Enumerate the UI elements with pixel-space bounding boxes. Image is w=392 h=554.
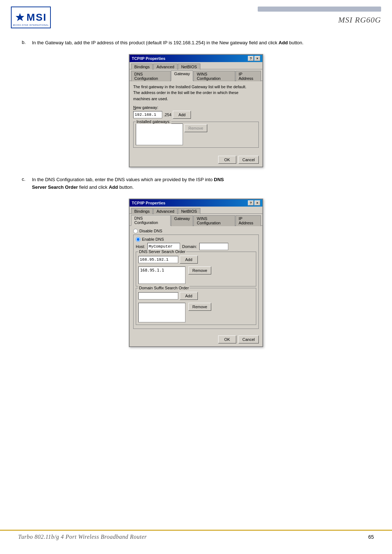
dialog2-titlebar-buttons: ? ×: [248, 200, 260, 205]
dialog1-title: TCP/IP Properties: [132, 56, 166, 61]
dns-server-legend: DNS Server Search Order: [138, 249, 186, 254]
enable-dns-group: Enable DNS Host: Domain: DNS Server Sear…: [133, 235, 259, 329]
dns-input-row: Add: [138, 256, 254, 264]
section-b-text: In the Gateway tab, add the IP address o…: [32, 39, 303, 47]
installed-list-row: Remove: [136, 123, 256, 145]
section-c-bold2: Server Search Order: [32, 184, 78, 190]
dialog2-cancel-button[interactable]: Cancel: [238, 335, 259, 343]
enable-dns-label: Enable DNS: [142, 237, 164, 241]
dialog2-container: TCP/IP Properties ? × Bindings Advanced …: [22, 199, 370, 347]
section-b-label: b.: [22, 39, 32, 45]
dialog2-body: Disable DNS Enable DNS Host: Domain:: [130, 226, 262, 333]
tab-gateway-1[interactable]: Gateway: [171, 70, 193, 81]
page-header: MSI MICRO-STAR INTERNATIONAL MSI RG60G: [0, 0, 392, 28]
dns-remove-button[interactable]: Remove: [188, 266, 211, 274]
domain-suffix-list[interactable]: [138, 303, 185, 322]
dialog1-info-text: The first gateway in the Installed Gatew…: [133, 84, 259, 102]
dialog1: TCP/IP Properties ? × Bindings Advanced …: [129, 54, 263, 168]
domain-suffix-input[interactable]: [138, 292, 178, 300]
tab-bindings-1[interactable]: Bindings: [131, 64, 153, 70]
tab-dns-config-1[interactable]: DNS Configuration: [131, 71, 171, 81]
tab-ip-2[interactable]: IP Address: [236, 215, 261, 226]
tab-wins-1[interactable]: WINS Configuration: [193, 71, 235, 81]
enable-dns-row: Enable DNS: [136, 237, 256, 242]
tab-ip-1[interactable]: IP Address: [236, 71, 261, 81]
suffix-remove-button[interactable]: Remove: [188, 303, 211, 311]
domain-suffix-legend: Domain Suffix Search Order: [138, 286, 189, 290]
suffix-input-row: Add: [138, 292, 254, 300]
tab-netbios-2[interactable]: NetBIOS: [178, 208, 200, 214]
tab-wins-2[interactable]: WINS Configuration: [193, 215, 235, 226]
enable-dns-radio[interactable]: [136, 237, 140, 242]
disable-dns-label: Disable DNS: [139, 229, 162, 233]
dialog2-close-button[interactable]: ×: [254, 200, 260, 205]
dialog1-body: The first gateway in the Installed Gatew…: [130, 81, 262, 154]
section-b-text-before: In the Gateway tab, add the IP address o…: [32, 40, 279, 45]
dialog1-tabs-row2: DNS Configuration Gateway WINS Configura…: [130, 69, 262, 81]
disable-dns-radio[interactable]: [133, 229, 138, 233]
tab-advanced-1[interactable]: Advanced: [153, 64, 177, 70]
dialog1-tabs-row1: Bindings Advanced NetBIOS: [130, 62, 262, 69]
dialog1-footer: OK Cancel: [130, 154, 262, 167]
dns-server-input[interactable]: [138, 256, 178, 263]
section-c-block: c. In the DNS Configuration tab, enter t…: [22, 176, 370, 191]
suffix-add-button[interactable]: Add: [180, 292, 198, 300]
domain-label: Domain:: [182, 244, 197, 249]
host-input[interactable]: [147, 243, 180, 250]
dns-list-item-1: 168.95.1.1: [139, 268, 184, 273]
section-c-bold1: DNS: [214, 177, 224, 182]
dialog2-footer: OK Cancel: [130, 333, 262, 346]
main-content: b. In the Gateway tab, add the IP addres…: [0, 28, 392, 367]
installed-gateways-list[interactable]: [136, 123, 183, 145]
installed-gateways-label: Installed gateways:: [136, 119, 171, 124]
page-number: 65: [368, 534, 374, 540]
host-domain-row: Host: Domain:: [136, 243, 256, 250]
dns-add-button[interactable]: Add: [180, 256, 198, 264]
dialog1-help-button[interactable]: ?: [248, 56, 254, 61]
host-label: Host:: [136, 244, 145, 249]
gateway-ip-field[interactable]: [133, 111, 162, 118]
dialog1-titlebar-buttons: ? ×: [248, 56, 260, 61]
gateway-input-row: .254 Add: [133, 111, 259, 119]
page-footer: Turbo 802.11b/g 4 Port Wireless Broadban…: [0, 530, 392, 543]
tab-netbios-1[interactable]: NetBIOS: [178, 64, 200, 70]
disable-dns-row: Disable DNS: [133, 229, 259, 233]
product-name: MSI RG60G: [338, 15, 381, 25]
msi-logo-icon: [15, 12, 25, 23]
section-b-text-after: button.: [288, 40, 303, 45]
section-b-block: b. In the Gateway tab, add the IP addres…: [22, 39, 370, 47]
dialog2: TCP/IP Properties ? × Bindings Advanced …: [129, 199, 263, 347]
tab-bindings-2[interactable]: Bindings: [131, 208, 153, 214]
dialog1-titlebar: TCP/IP Properties ? ×: [130, 55, 262, 62]
logo-area: MSI MICRO-STAR INTERNATIONAL: [11, 7, 51, 28]
installed-remove-button[interactable]: Remove: [184, 124, 207, 132]
dialog2-tabs-row2: DNS Configuration Gateway WINS Configura…: [130, 214, 262, 226]
tab-dns-config-2[interactable]: DNS Configuration: [131, 215, 171, 226]
section-c-label: c.: [22, 176, 32, 182]
section-c-text: In the DNS Configuration tab, enter the …: [32, 176, 224, 191]
dialog2-tabs-row1: Bindings Advanced NetBIOS: [130, 207, 262, 214]
gateway-dot: .254: [164, 113, 171, 117]
dialog1-close-button[interactable]: ×: [254, 56, 260, 61]
section-c-text-after: field and click: [78, 184, 109, 190]
logo-box: MSI MICRO-STAR INTERNATIONAL: [11, 7, 51, 28]
dialog2-ok-button[interactable]: OK: [218, 335, 236, 343]
footer-text: Turbo 802.11b/g 4 Port Wireless Broadban…: [18, 534, 147, 540]
dialog1-container: TCP/IP Properties ? × Bindings Advanced …: [22, 54, 370, 168]
dialog1-cancel-button[interactable]: Cancel: [238, 156, 259, 164]
section-c-text-end: button.: [118, 184, 134, 190]
tab-gateway-2[interactable]: Gateway: [171, 215, 193, 226]
installed-gateways-group: Installed gateways: Remove: [133, 122, 259, 148]
dialog1-ok-button[interactable]: OK: [218, 156, 236, 164]
dialog2-titlebar: TCP/IP Properties ? ×: [130, 199, 262, 207]
dialog2-help-button[interactable]: ?: [248, 200, 254, 205]
section-b-bold: Add: [279, 40, 288, 45]
tab-advanced-2[interactable]: Advanced: [153, 208, 177, 214]
domain-input[interactable]: [199, 243, 228, 250]
dialog2-title: TCP/IP Properties: [132, 201, 166, 205]
suffix-list-row: Remove: [138, 303, 254, 322]
dns-server-list[interactable]: 168.95.1.1: [138, 266, 185, 284]
gateway-add-button[interactable]: Add: [173, 111, 191, 119]
section-c-text-before: In the DNS Configuration tab, enter the …: [32, 177, 214, 182]
svg-marker-0: [16, 13, 24, 21]
